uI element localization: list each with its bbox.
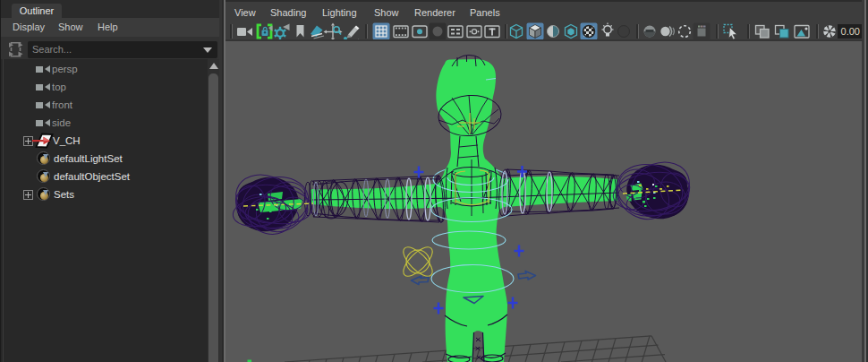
svg-text:0.00: 0.00 [841,26,860,37]
